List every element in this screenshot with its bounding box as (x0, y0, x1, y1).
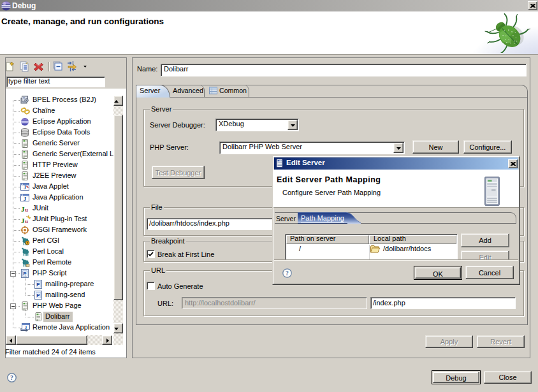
svg-text:J: J (25, 325, 27, 330)
svg-text:P: P (36, 293, 40, 298)
svg-text:?: ? (10, 374, 13, 381)
svg-text:P: P (36, 282, 40, 287)
svg-text:J: J (24, 185, 26, 191)
svg-text:u: u (25, 218, 28, 224)
svg-text:u: u (25, 207, 28, 213)
svg-text:J: J (24, 196, 27, 202)
svg-text:?: ? (286, 270, 289, 277)
